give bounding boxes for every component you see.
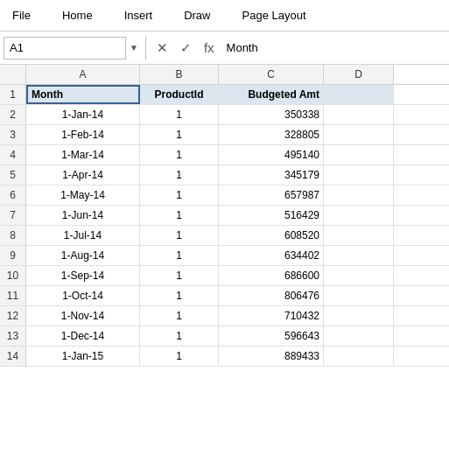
cell-a10[interactable]: 1-Sep-14	[26, 266, 140, 285]
menu-file[interactable]: File	[7, 5, 36, 25]
table-row: 13 1-Dec-14 1 596643	[0, 326, 449, 346]
cell-d4[interactable]	[324, 145, 394, 164]
row-number: 2	[0, 105, 26, 124]
cell-d1[interactable]	[324, 85, 394, 104]
cell-b11[interactable]: 1	[140, 286, 219, 305]
cell-a5[interactable]: 1-Apr-14	[26, 165, 140, 185]
table-row: 9 1-Aug-14 1 634402	[0, 246, 449, 266]
cell-b10[interactable]: 1	[140, 266, 219, 285]
col-header-a[interactable]: A	[26, 65, 140, 84]
cell-c1[interactable]: Budgeted Amt	[219, 85, 324, 104]
cell-d11[interactable]	[324, 286, 394, 305]
row-number: 5	[0, 165, 26, 185]
table-row: 8 1-Jul-14 1 608520	[0, 226, 449, 246]
row-number: 3	[0, 125, 26, 144]
row-number: 9	[0, 246, 26, 265]
cell-c6[interactable]: 657987	[219, 186, 324, 205]
formula-bar-divider	[145, 37, 146, 60]
menu-draw[interactable]: Draw	[179, 5, 215, 25]
cell-c4[interactable]: 495140	[219, 145, 324, 164]
cell-d2[interactable]	[324, 105, 394, 124]
cell-c12[interactable]: 710432	[219, 306, 324, 326]
cell-a11[interactable]: 1-Oct-14	[26, 286, 140, 305]
formula-input[interactable]	[221, 37, 445, 60]
cell-b7[interactable]: 1	[140, 206, 219, 225]
row-number: 7	[0, 206, 26, 225]
cell-c8[interactable]: 608520	[219, 226, 324, 245]
cell-d5[interactable]	[324, 165, 394, 185]
cell-c7[interactable]: 516429	[219, 206, 324, 225]
cell-d13[interactable]	[324, 326, 394, 346]
cell-a14[interactable]: 1-Jan-15	[26, 346, 140, 366]
cell-reference-box[interactable]: A1	[4, 37, 126, 60]
cell-reference-dropdown[interactable]: ▼	[130, 43, 138, 52]
cell-b13[interactable]: 1	[140, 326, 219, 346]
table-row: 12 1-Nov-14 1 710432	[0, 306, 449, 326]
row-number: 1	[0, 85, 26, 104]
cell-a3[interactable]: 1-Feb-14	[26, 125, 140, 144]
table-row: 2 1-Jan-14 1 350338	[0, 105, 449, 125]
cell-a6[interactable]: 1-May-14	[26, 186, 140, 205]
row-number: 14	[0, 346, 26, 366]
cell-b14[interactable]: 1	[140, 346, 219, 366]
cell-d14[interactable]	[324, 346, 394, 366]
col-header-c[interactable]: C	[219, 65, 324, 84]
cell-b2[interactable]: 1	[140, 105, 219, 124]
cell-b5[interactable]: 1	[140, 165, 219, 185]
cell-a4[interactable]: 1-Mar-14	[26, 145, 140, 164]
formula-icons: ✕ ✓ fx	[153, 38, 218, 58]
cell-d10[interactable]	[324, 266, 394, 285]
row-number: 4	[0, 145, 26, 164]
cell-c2[interactable]: 350338	[219, 105, 324, 124]
cell-b4[interactable]: 1	[140, 145, 219, 164]
cancel-icon[interactable]: ✕	[153, 38, 172, 58]
cell-c11[interactable]: 806476	[219, 286, 324, 305]
cell-c5[interactable]: 345179	[219, 165, 324, 185]
menu-home[interactable]: Home	[57, 5, 98, 25]
spreadsheet: A B C D 1 Month ProductId Budgeted Amt 2…	[0, 65, 449, 367]
cell-a7[interactable]: 1-Jun-14	[26, 206, 140, 225]
cell-d9[interactable]	[324, 246, 394, 265]
cell-b1[interactable]: ProductId	[140, 85, 219, 104]
table-row: 10 1-Sep-14 1 686600	[0, 266, 449, 286]
row-number: 8	[0, 226, 26, 245]
cell-c14[interactable]: 889433	[219, 346, 324, 366]
confirm-icon[interactable]: ✓	[177, 38, 195, 58]
cell-c3[interactable]: 328805	[219, 125, 324, 144]
cell-d6[interactable]	[324, 186, 394, 205]
table-row: 4 1-Mar-14 1 495140	[0, 145, 449, 165]
table-row: 11 1-Oct-14 1 806476	[0, 286, 449, 306]
table-row: 7 1-Jun-14 1 516429	[0, 206, 449, 226]
formula-bar: A1 ▼ ✕ ✓ fx	[0, 32, 449, 65]
menu-bar: File Home Insert Draw Page Layout	[0, 0, 449, 32]
cell-b8[interactable]: 1	[140, 226, 219, 245]
table-row: 14 1-Jan-15 1 889433	[0, 346, 449, 367]
cell-c9[interactable]: 634402	[219, 246, 324, 265]
cell-c10[interactable]: 686600	[219, 266, 324, 285]
menu-page-layout[interactable]: Page Layout	[237, 5, 312, 25]
cell-b9[interactable]: 1	[140, 246, 219, 265]
cell-d12[interactable]	[324, 306, 394, 326]
row-number: 11	[0, 286, 26, 305]
cell-d8[interactable]	[324, 226, 394, 245]
row-number: 10	[0, 266, 26, 285]
table-row: 6 1-May-14 1 657987	[0, 186, 449, 206]
cell-a8[interactable]: 1-Jul-14	[26, 226, 140, 245]
cell-b3[interactable]: 1	[140, 125, 219, 144]
table-row: 5 1-Apr-14 1 345179	[0, 165, 449, 186]
cell-d3[interactable]	[324, 125, 394, 144]
col-header-b[interactable]: B	[140, 65, 219, 84]
col-header-d[interactable]: D	[324, 65, 394, 84]
cell-c13[interactable]: 596643	[219, 326, 324, 346]
row-number: 6	[0, 186, 26, 205]
cell-a1[interactable]: Month	[26, 85, 140, 104]
table-row: 3 1-Feb-14 1 328805	[0, 125, 449, 145]
cell-a9[interactable]: 1-Aug-14	[26, 246, 140, 265]
cell-a12[interactable]: 1-Nov-14	[26, 306, 140, 326]
cell-a13[interactable]: 1-Dec-14	[26, 326, 140, 346]
cell-d7[interactable]	[324, 206, 394, 225]
cell-b12[interactable]: 1	[140, 306, 219, 326]
cell-a2[interactable]: 1-Jan-14	[26, 105, 140, 124]
menu-insert[interactable]: Insert	[119, 5, 158, 25]
cell-b6[interactable]: 1	[140, 186, 219, 205]
